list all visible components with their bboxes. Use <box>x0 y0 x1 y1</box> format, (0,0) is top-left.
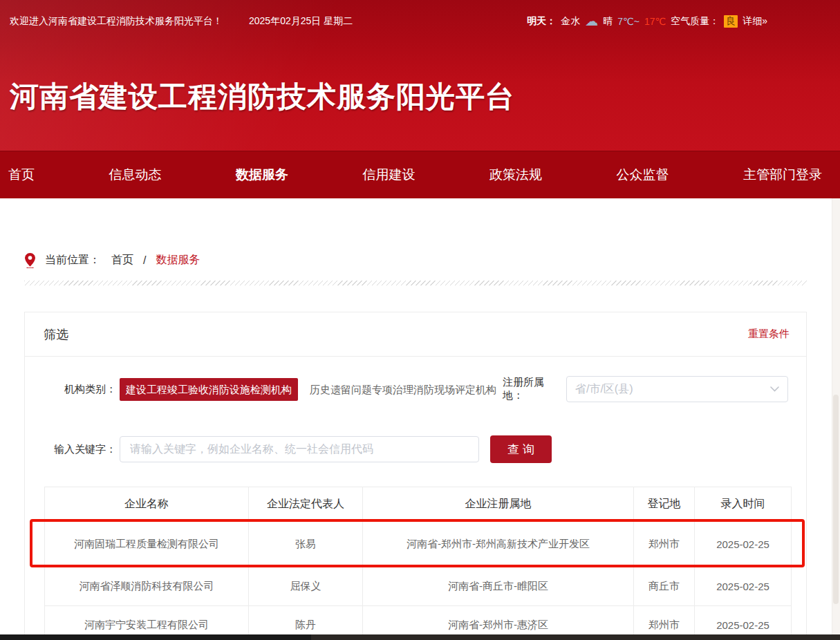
table-cell: 张易 <box>249 522 363 567</box>
breadcrumb-home[interactable]: 首页 <box>111 253 133 267</box>
search-button[interactable]: 查 询 <box>490 435 552 463</box>
table-row[interactable]: 河南固瑞工程质量检测有限公司张易河南省-郑州市-郑州高新技术产业开发区郑州市20… <box>45 522 792 567</box>
filter-body: 机构类别： 建设工程竣工验收消防设施检测机构历史遗留问题专项治理消防现场评定机构… <box>25 357 806 487</box>
breadcrumb-label: 当前位置： <box>45 253 100 267</box>
column-header: 登记地 <box>634 487 695 522</box>
breadcrumb: 当前位置： 首页 / 数据服务 <box>24 252 840 268</box>
table-cell: 2025-02-25 <box>695 522 792 567</box>
page-title: 河南省建设工程消防技术服务阳光平台 <box>10 77 515 116</box>
table-body: 河南固瑞工程质量检测有限公司张易河南省-郑州市-郑州高新技术产业开发区郑州市20… <box>45 522 792 640</box>
table-header-row: 企业名称企业法定代表人企业注册属地登记地录入时间 <box>45 487 792 522</box>
keyword-input[interactable] <box>120 436 479 462</box>
table-cell: 屈保义 <box>249 567 363 606</box>
masthead: 欢迎进入河南省建设工程消防技术服务阳光平台！ 2025年02月25日 星期二 明… <box>0 0 840 151</box>
column-header: 录入时间 <box>695 487 792 522</box>
scrollbar-thumb[interactable] <box>833 395 839 604</box>
weather-tomorrow-label: 明天： <box>527 15 556 28</box>
region-select-placeholder: 省/市/区(县) <box>575 382 633 397</box>
filter-title: 筛选 <box>44 326 68 343</box>
nav-item-policy[interactable]: 政策法规 <box>489 166 542 184</box>
filter-panel: 筛选 重置条件 机构类别： 建设工程竣工验收消防设施检测机构历史遗留问题专项治理… <box>24 312 807 640</box>
weather-widget: 明天： 金水 ☁ 晴 7℃~ 17℃ 空气质量： 良 详细» <box>527 15 767 28</box>
table-cell: 2025-02-25 <box>695 567 792 606</box>
table-cell: 河南省-郑州市-郑州高新技术产业开发区 <box>363 522 634 567</box>
region-select[interactable]: 省/市/区(县) <box>566 376 788 402</box>
table-cell: 河南省-商丘市-睢阳区 <box>363 567 634 606</box>
table-cell: 河南省泽顺消防科技有限公司 <box>45 567 249 606</box>
air-quality-label: 空气质量： <box>671 15 719 28</box>
breadcrumb-current[interactable]: 数据服务 <box>156 253 200 267</box>
column-header: 企业法定代表人 <box>249 487 363 522</box>
chevron-down-icon <box>770 386 779 392</box>
reset-filters-link[interactable]: 重置条件 <box>748 328 790 341</box>
temp-low: 7℃~ <box>617 16 640 27</box>
bottom-edge-bar <box>0 634 840 640</box>
keyword-label: 输入关键字： <box>25 443 116 456</box>
cloud-icon: ☁ <box>585 15 598 28</box>
location-pin-icon <box>24 252 36 268</box>
weather-district: 金水 <box>561 15 580 28</box>
results-table: 企业名称企业法定代表人企业注册属地登记地录入时间 河南固瑞工程质量检测有限公司张… <box>44 487 792 640</box>
weather-condition: 晴 <box>603 15 613 28</box>
table-row[interactable]: 河南省泽顺消防科技有限公司屈保义河南省-商丘市-睢阳区商丘市2025-02-25 <box>45 567 792 606</box>
nav-item-admin-login[interactable]: 主管部门登录 <box>743 166 822 184</box>
results-table-wrap: 企业名称企业法定代表人企业注册属地登记地录入时间 河南固瑞工程质量检测有限公司张… <box>44 487 791 640</box>
slash-divider <box>24 281 807 285</box>
temp-high: 17℃ <box>644 16 666 27</box>
nav-item-supervision[interactable]: 公众监督 <box>617 166 669 184</box>
date-text: 2025年02月25日 星期二 <box>249 15 353 28</box>
nav-item-home[interactable]: 首页 <box>8 166 35 184</box>
category-option-0[interactable]: 建设工程竣工验收消防设施检测机构 <box>120 378 298 401</box>
table-cell: 郑州市 <box>634 522 695 567</box>
region-filter-group: 注册所属地： 省/市/区(县) <box>503 376 788 402</box>
category-filter-row: 机构类别： 建设工程竣工验收消防设施检测机构历史遗留问题专项治理消防现场评定机构… <box>25 376 788 402</box>
table-cell: 商丘市 <box>634 567 695 606</box>
nav-item-news[interactable]: 信息动态 <box>109 166 162 184</box>
scrollbar-track[interactable] <box>832 198 840 634</box>
filter-panel-header: 筛选 重置条件 <box>25 312 806 357</box>
top-bar: 欢迎进入河南省建设工程消防技术服务阳光平台！ 2025年02月25日 星期二 明… <box>0 0 840 43</box>
keyword-filter-row: 输入关键字： 查 询 <box>25 435 788 463</box>
weather-detail-link[interactable]: 详细» <box>743 15 767 28</box>
category-label: 机构类别： <box>25 383 116 396</box>
column-header: 企业注册属地 <box>363 487 634 522</box>
breadcrumb-separator: / <box>143 254 146 267</box>
welcome-text: 欢迎进入河南省建设工程消防技术服务阳光平台！ <box>10 15 223 28</box>
air-quality-badge: 良 <box>724 15 738 28</box>
region-label: 注册所属地： <box>503 376 562 402</box>
nav-item-credit[interactable]: 信用建设 <box>363 166 416 184</box>
site-banner: 河南省建设工程消防技术服务阳光平台 <box>0 43 840 151</box>
main-nav: 首页信息动态数据服务信用建设政策法规公众监督主管部门登录 <box>0 151 840 198</box>
category-option-1[interactable]: 历史遗留问题专项治理消防现场评定机构 <box>304 378 503 401</box>
table-cell: 河南固瑞工程质量检测有限公司 <box>45 522 249 567</box>
column-header: 企业名称 <box>45 487 249 522</box>
category-options: 建设工程竣工验收消防设施检测机构历史遗留问题专项治理消防现场评定机构 <box>120 378 503 401</box>
nav-item-data-service[interactable]: 数据服务 <box>236 166 288 184</box>
